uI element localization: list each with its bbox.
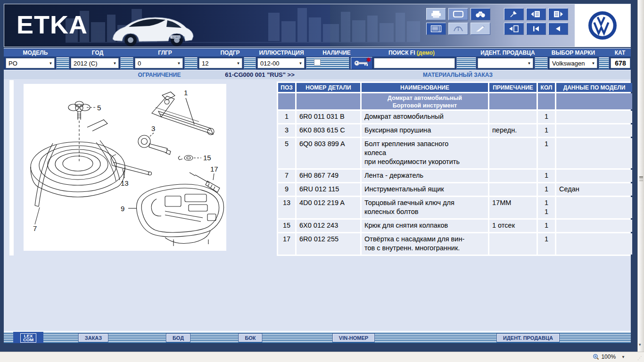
col-header-note[interactable]: ПРИМЕЧАНИЕ <box>489 83 537 92</box>
order-button[interactable]: ЗАКАЗ <box>79 334 108 342</box>
restriction-link[interactable]: ОГРАНИЧЕНИЕ <box>138 72 181 78</box>
row-name[interactable]: Торцовый гаечный ключ для колесных болто… <box>362 197 488 218</box>
row-name[interactable]: Крюк для снятия колпаков <box>362 220 488 232</box>
back-button[interactable] <box>548 23 568 35</box>
row-note <box>489 138 537 168</box>
material-order-link[interactable]: МАТЕРИАЛЬНЫЙ ЗАКАЗ <box>423 72 493 78</box>
col-header-model-data[interactable]: ДАННЫЕ ПО МОДЕЛИ <box>556 83 632 92</box>
row-model-data: Седан <box>556 183 632 196</box>
binoculars-search-button[interactable] <box>471 8 490 20</box>
demo-badge: (демо) <box>417 49 435 56</box>
row-pos[interactable]: 15 <box>278 220 295 232</box>
col-header-part-no[interactable]: НОМЕР ДЕТАЛИ <box>297 83 360 92</box>
right-scrollbar[interactable]: ▾ <box>637 0 644 352</box>
scrollbar-grip[interactable] <box>639 176 643 181</box>
stripe-divider <box>120 57 133 69</box>
scroll-down-icon[interactable]: ▾ <box>639 342 641 347</box>
col-header-pos[interactable]: ПОЗ <box>278 83 295 92</box>
banner: ETKA SCIROCCO <box>4 4 631 47</box>
catalog-number-box[interactable]: 678 <box>611 58 630 68</box>
zoom-control[interactable]: 100% ▼ <box>593 354 625 360</box>
footer-toolbar: LEX COM ЗАКАЗ БОД БОК VIN-НОМЕР ИДЕНТ. П… <box>4 331 631 343</box>
dealer-id-button[interactable]: ИДЕНТ. ПРОДАВЦА <box>497 334 559 342</box>
row-name[interactable]: Буксирная проушина <box>362 124 488 137</box>
vin-number-button[interactable]: VIN-НОМЕР <box>333 334 374 342</box>
glgr-select[interactable]: 0▼ <box>135 58 183 68</box>
row-note: 17MM <box>489 197 537 218</box>
nav-label-podgr: ПОДГР <box>220 49 239 56</box>
availability-stripe <box>306 57 349 69</box>
row-pos[interactable]: 9 <box>278 183 295 196</box>
bod-button[interactable]: БОД <box>166 334 190 342</box>
key-access-button[interactable]: ✱ <box>351 57 372 69</box>
col-header-name[interactable]: НАИМЕНОВАНИЕ <box>362 83 488 92</box>
next-document-button[interactable] <box>548 8 568 20</box>
row-part-no[interactable]: 6H0 867 749 <box>297 170 360 182</box>
row-part-no[interactable]: 6R0 011 031 B <box>297 111 360 123</box>
parts-diagram-panel[interactable]: 1 3 5 7 9 13 15 17 <box>24 84 226 251</box>
left-splitter[interactable] <box>9 80 14 255</box>
illustration-code: 61-CG000 001 "RUS" >> <box>225 71 294 78</box>
callout-15: 15 <box>203 154 211 162</box>
row-pos[interactable]: 13 <box>278 197 295 218</box>
edit-pencil-button[interactable] <box>471 23 490 35</box>
previous-document-button[interactable] <box>526 8 546 20</box>
row-part-no[interactable]: 6R0 012 255 <box>297 233 360 255</box>
selection-frame-button[interactable] <box>448 8 468 20</box>
etka-window: ETKA SCIROCCO <box>0 0 644 362</box>
row-name[interactable]: Болт крепления запасного колеса при необ… <box>362 138 488 168</box>
availability-checkbox[interactable] <box>314 59 321 66</box>
zoom-chevron-down-icon[interactable]: ▼ <box>621 355 625 359</box>
content-area: 1 3 5 7 9 13 15 17 ПОЗ НОМЕР ДЕТАЛИ НАИМ… <box>4 79 631 331</box>
group-title: Домкрат автомобильный Бортовой инструмен… <box>362 93 488 109</box>
row-qty: 1 <box>538 183 555 196</box>
controls-row: PO▼ 2012 (C)▼ 0▼ 12▼ 012-00▼ ✱ ▼ Volkswa… <box>4 57 631 70</box>
podgr-select[interactable]: 12▼ <box>199 58 242 68</box>
pin-button[interactable] <box>504 8 524 20</box>
search-fi-input[interactable] <box>374 58 455 68</box>
row-part-no[interactable]: 6Q0 803 899 A <box>297 138 360 168</box>
row-model-data <box>556 111 632 123</box>
first-page-button[interactable] <box>526 23 546 35</box>
row-name[interactable]: Отвёртка с насадками для вин- тов с внут… <box>362 233 488 255</box>
exit-button[interactable] <box>504 23 524 35</box>
row-pos[interactable]: 1 <box>278 111 295 123</box>
row-model-data <box>556 197 632 218</box>
illustration-select[interactable]: 012-00▼ <box>257 58 305 68</box>
group-row-cell <box>278 93 295 109</box>
nav-label-model: МОДЕЛЬ <box>23 49 48 56</box>
row-model-data <box>556 170 632 182</box>
vw-logo-icon <box>588 11 617 40</box>
row-name[interactable]: Лента - держатель <box>362 170 488 182</box>
sub-bar: ОГРАНИЧЕНИЕ 61-CG000 001 "RUS" >> МАТЕРИ… <box>4 70 631 79</box>
row-pos[interactable]: 7 <box>278 170 295 182</box>
row-name[interactable]: Инструментальный ящик <box>362 183 488 196</box>
group-row-cell <box>297 93 360 109</box>
dealer-id-select[interactable]: ▼ <box>478 58 533 68</box>
row-part-no[interactable]: 6X0 012 243 <box>297 220 360 232</box>
row-part-no[interactable]: 6K0 803 615 C <box>297 124 360 137</box>
parts-list-button[interactable] <box>426 23 446 35</box>
status-bar: 100% ▼ ⋰ <box>0 352 644 362</box>
col-header-qty[interactable]: КОЛ <box>538 83 555 92</box>
row-part-no[interactable]: 6RU 012 115 <box>297 183 360 196</box>
year-select[interactable]: 2012 (C)▼ <box>71 58 119 68</box>
info-button[interactable] <box>448 23 468 35</box>
magnifier-zoom-icon <box>593 354 599 360</box>
row-pos[interactable]: 17 <box>278 233 295 255</box>
row-part-no[interactable]: 4D0 012 219 A <box>297 197 360 218</box>
row-pos[interactable]: 3 <box>278 124 295 137</box>
row-note <box>489 183 537 196</box>
resize-grip[interactable]: ⋰ <box>637 355 643 361</box>
etka-logo: ETKA <box>17 10 88 39</box>
model-select[interactable]: PO▼ <box>6 58 55 68</box>
print-button[interactable] <box>426 8 446 20</box>
nav-label-search-fi: ПОИСК FI (демо) <box>388 49 435 56</box>
brand-select[interactable]: Volkswagen▼ <box>549 58 597 68</box>
zoom-level: 100% <box>601 354 616 360</box>
row-qty: 1 1 <box>538 197 555 218</box>
bok-button[interactable]: БОК <box>239 334 262 342</box>
chevron-down-icon: ▼ <box>526 58 533 68</box>
row-name[interactable]: Домкрат автомобильный <box>362 111 488 123</box>
row-pos[interactable]: 5 <box>278 138 295 168</box>
